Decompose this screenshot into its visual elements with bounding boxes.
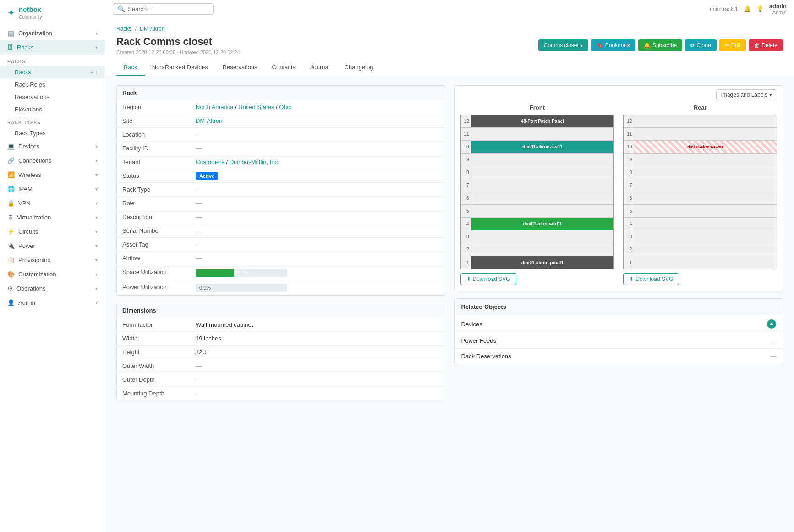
sidebar-item-virtualization[interactable]: 🖥 Virtualization ▾ xyxy=(0,210,105,225)
rear-rack-row-2: 2 xyxy=(624,243,777,256)
slot-6-empty xyxy=(471,192,614,204)
bookmark-button[interactable]: 🔖 Bookmark xyxy=(591,39,635,51)
download-svg-front-button[interactable]: ⬇ Download SVG xyxy=(460,273,516,285)
tab-changelog[interactable]: Changelog xyxy=(337,59,381,76)
region-link-ohio[interactable]: Ohio xyxy=(279,104,291,110)
rear-rack-row-1: 1 xyxy=(624,256,777,269)
sidebar-sub-item-rack-types[interactable]: Rack Types xyxy=(0,127,105,139)
tab-non-racked[interactable]: Non-Racked Devices xyxy=(145,59,215,76)
info-row-space-util: Space Utilization 41.7% xyxy=(117,265,445,280)
sidebar-item-provisioning[interactable]: 📋 Provisioning ▾ xyxy=(0,253,105,267)
organization-icon: 🏢 xyxy=(7,30,15,37)
sidebar-item-ipam[interactable]: 🌐 IPAM ▾ xyxy=(0,182,105,196)
rear-slot-2-empty xyxy=(634,243,777,256)
region-link-na[interactable]: North America xyxy=(196,104,233,110)
sidebar-sub-item-elevations[interactable]: Elevations xyxy=(0,103,105,115)
clone-button[interactable]: ⧉ Clone xyxy=(685,39,716,51)
region-link-us[interactable]: United States xyxy=(238,104,274,110)
sidebar-sub-item-rack-roles[interactable]: Rack Roles xyxy=(0,78,105,91)
add-icon[interactable]: + xyxy=(90,70,93,75)
tab-journal[interactable]: Journal xyxy=(303,59,337,76)
info-row-description: Description — xyxy=(117,210,445,224)
rear-rack-diagram: 12 11 10 dmi01-akron-sw01 xyxy=(623,115,777,269)
related-row-power-feeds[interactable]: Power Feeds — xyxy=(455,333,783,349)
device-pdu01-front[interactable]: dmi01-akron-pdu01 xyxy=(471,256,614,269)
chevron-down-icon: ▾ xyxy=(769,92,772,98)
sidebar-item-power[interactable]: 🔌 Power ▾ xyxy=(0,239,105,253)
sidebar-sub-item-reservations[interactable]: Reservations xyxy=(0,91,105,103)
sidebar-item-vpn[interactable]: 🔒 VPN ▾ xyxy=(0,196,105,210)
device-sw01-rear[interactable]: dmi01-akron-sw01 xyxy=(634,141,777,153)
chevron-down-icon: ▾ xyxy=(580,43,583,48)
related-row-rack-reservations[interactable]: Rack Reservations — xyxy=(455,349,783,364)
sidebar-item-label: Power xyxy=(18,242,35,249)
bulb-icon[interactable]: 💡 xyxy=(756,5,764,12)
breadcrumb-separator: / xyxy=(135,26,138,32)
edit-button[interactable]: ✏ Edit xyxy=(719,39,746,51)
chevron-down-icon: ▾ xyxy=(95,215,98,220)
sidebar-item-devices[interactable]: 💻 Devices ▾ xyxy=(0,139,105,154)
sort-icon[interactable]: ↑ xyxy=(95,70,98,75)
left-column: Rack Region North America / United State… xyxy=(116,85,445,400)
breadcrumb-racks-link[interactable]: Racks xyxy=(116,26,131,32)
rack-row-4: 4 dmi01-akron-rtr01 xyxy=(461,218,614,230)
rear-rack-row-7: 7 xyxy=(624,179,777,192)
comms-closet-button[interactable]: Comms closet ▾ xyxy=(538,39,588,51)
page-title-block: Rack Comms closet Created 2020-12-20 00:… xyxy=(116,36,240,55)
dimensions-card: Dimensions Form factor Wall-mounted cabi… xyxy=(116,303,445,400)
subscribe-label: Subscribe xyxy=(652,42,677,49)
tenant-group-link[interactable]: Customers xyxy=(196,159,225,165)
site-link[interactable]: DM-Akron xyxy=(196,117,223,124)
power-util-text: 0.0% xyxy=(199,285,211,291)
subscribe-button[interactable]: 🔔 Subscribe xyxy=(638,39,682,51)
sidebar-item-label: Organization xyxy=(18,30,52,37)
tab-reservations[interactable]: Reservations xyxy=(215,59,265,76)
rear-slot-6-empty xyxy=(634,192,777,204)
sidebar-item-customization[interactable]: 🎨 Customization ▾ xyxy=(0,267,105,281)
customization-icon: 🎨 xyxy=(7,271,15,278)
add-sort-buttons[interactable]: + ↑ xyxy=(90,70,98,75)
device-rtr01-front[interactable]: dmi01-akron-rtr01 xyxy=(471,218,614,230)
rack-row-3: 3 xyxy=(461,230,614,243)
related-objects-card: Related Objects Devices 4 Power Feeds — … xyxy=(454,298,783,364)
search-box[interactable]: 🔍 xyxy=(113,3,214,15)
device-patch-panel[interactable]: 48-Port Patch Panel xyxy=(471,115,614,127)
rear-slot-12-empty xyxy=(634,115,777,127)
sidebar-item-operations[interactable]: ⚙ Operations ▾ xyxy=(0,281,105,296)
front-rack-view: Front 12 48-Port Patch Panel 11 xyxy=(460,104,614,285)
edit-label: Edit xyxy=(731,42,741,49)
rack-row-8: 8 xyxy=(461,166,614,179)
rear-title: Rear xyxy=(623,104,777,111)
sidebar-item-organization[interactable]: 🏢 Organization ▾ xyxy=(0,26,105,40)
notification-icon[interactable]: 🔔 xyxy=(744,5,751,12)
sidebar-item-admin[interactable]: 👤 Admin ▾ xyxy=(0,296,105,310)
logo-sub: Community xyxy=(19,15,42,20)
sidebar-item-racks-parent[interactable]: 🗄 Racks ▾ xyxy=(0,40,105,55)
rear-slot-8-empty xyxy=(634,166,777,179)
search-input[interactable] xyxy=(128,5,208,12)
sidebar-item-wireless[interactable]: 📶 Wireless ▾ xyxy=(0,168,105,182)
rear-rack-row-8: 8 xyxy=(624,166,777,179)
sidebar-item-circuits[interactable]: ⚡ Circuits ▾ xyxy=(0,225,105,239)
chevron-down-icon: ▾ xyxy=(95,229,98,234)
sidebar-item-connections[interactable]: 🔗 Connections ▾ xyxy=(0,154,105,168)
power-feeds-count: — xyxy=(770,337,776,344)
wireless-icon: 📶 xyxy=(7,171,15,178)
related-row-devices[interactable]: Devices 4 xyxy=(455,315,783,333)
delete-button[interactable]: 🗑 Delete xyxy=(749,39,783,51)
virtualization-icon: 🖥 xyxy=(7,214,13,221)
info-row-status: Status Active xyxy=(117,169,445,183)
tab-rack[interactable]: Rack xyxy=(116,59,145,76)
dcim-label: dcim.rack:1 xyxy=(710,6,738,12)
info-row-region: Region North America / United States / O… xyxy=(117,100,445,114)
slot-9-empty xyxy=(471,154,614,166)
rack-row-10: 10 dmi01-akron-sw01 xyxy=(461,141,614,154)
images-labels-button[interactable]: Images and Labels ▾ xyxy=(716,89,777,100)
breadcrumb-site-link[interactable]: DM-Akron xyxy=(140,26,164,32)
tenant-link[interactable]: Dunder-Mifflin, Inc. xyxy=(230,159,279,165)
space-util-fill xyxy=(196,269,234,277)
tab-contacts[interactable]: Contacts xyxy=(265,59,303,76)
sidebar-sub-item-racks[interactable]: Racks + ↑ xyxy=(0,66,105,78)
download-svg-rear-button[interactable]: ⬇ Download SVG xyxy=(623,273,679,285)
device-sw01-front[interactable]: dmi01-akron-sw01 xyxy=(471,141,614,153)
